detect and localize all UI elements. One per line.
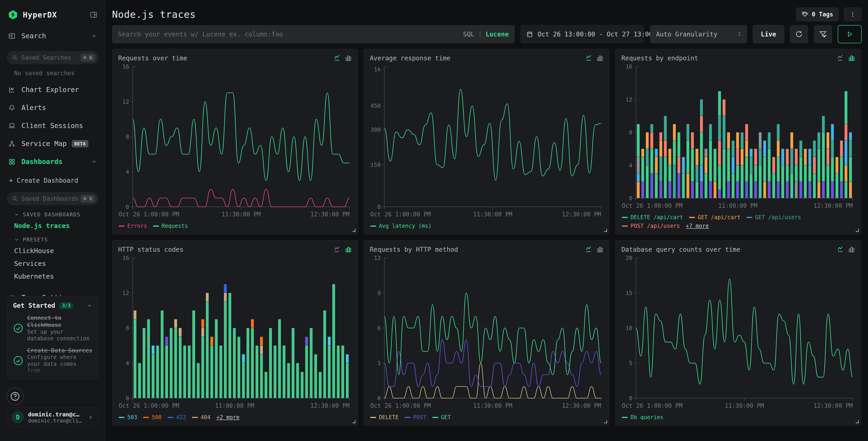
legend-item[interactable]: GET /api/users bbox=[746, 214, 801, 220]
legend-item[interactable]: 404 bbox=[192, 414, 210, 420]
line-chart-icon[interactable] bbox=[837, 54, 844, 61]
svg-text:8: 8 bbox=[629, 129, 632, 136]
sql-toggle[interactable]: SQL bbox=[463, 31, 474, 38]
sidebar-collapse-icon[interactable] bbox=[90, 11, 97, 19]
chart-card-requests-by-http-method: Requests by HTTP method 129630Oct 26 1:0… bbox=[364, 240, 610, 426]
sidebar-item-client-sessions[interactable]: Client Sessions bbox=[0, 117, 105, 135]
legend-item[interactable]: Errors bbox=[119, 223, 147, 229]
sidebar-item-dashboards[interactable]: Dashboards bbox=[0, 153, 105, 171]
svg-text:4: 4 bbox=[629, 162, 632, 169]
event-search-input[interactable] bbox=[118, 31, 463, 38]
svg-text:150: 150 bbox=[370, 161, 381, 168]
bar-chart-icon[interactable] bbox=[848, 54, 855, 61]
saved-searches-searchbox[interactable]: ⌘ K bbox=[7, 51, 98, 64]
bar-chart-icon[interactable] bbox=[345, 246, 352, 253]
legend-item[interactable]: GET /api/cart bbox=[689, 214, 741, 220]
legend-item[interactable]: POST bbox=[405, 414, 427, 420]
section-label: PRESETS bbox=[23, 237, 48, 243]
page-title: Node.js traces bbox=[112, 9, 196, 20]
get-started-item[interactable]: Connect to ClickHouse Set up your databa… bbox=[13, 314, 92, 342]
chart-card-average-response-time: Average response time 1k4503001500Oct 26… bbox=[364, 49, 610, 234]
task-title: Create Data Sources bbox=[27, 347, 92, 354]
legend-item[interactable]: 422 bbox=[167, 414, 186, 420]
legend-item[interactable]: Requests bbox=[153, 223, 188, 229]
line-chart-icon[interactable] bbox=[837, 246, 844, 253]
svg-text:16: 16 bbox=[625, 63, 632, 70]
legend-item[interactable]: DELETE bbox=[370, 414, 399, 420]
legend-item[interactable]: 500 bbox=[143, 414, 161, 420]
preset-link-services[interactable]: Services bbox=[0, 257, 105, 270]
shortcut-badge: ⌘ K bbox=[81, 195, 95, 203]
get-started-title: Get Started bbox=[13, 302, 55, 309]
dashboard-link-nodejs-traces[interactable]: Node.js traces bbox=[0, 219, 105, 232]
create-dashboard-button[interactable]: + Create Dashboard bbox=[0, 171, 105, 186]
sidebar-item-service-map[interactable]: Service Map BETA bbox=[0, 135, 105, 153]
filter-edit-button[interactable] bbox=[814, 25, 832, 43]
legend-item[interactable]: POST /api/users bbox=[622, 223, 680, 229]
sidebar-item-label: Service Map bbox=[22, 140, 67, 148]
legend-more-link[interactable]: +7 more bbox=[686, 223, 709, 229]
search-layout-icon bbox=[8, 32, 16, 40]
bar-chart-icon[interactable] bbox=[596, 246, 603, 253]
svg-text:12:30:00 PM: 12:30:00 PM bbox=[562, 402, 601, 409]
resize-handle[interactable] bbox=[856, 229, 859, 232]
lucene-toggle[interactable]: Lucene bbox=[486, 31, 509, 38]
sidebar-item-chart-explorer[interactable]: Chart Explorer bbox=[0, 81, 105, 99]
line-chart-icon[interactable] bbox=[586, 54, 592, 61]
legend-item[interactable]: 503 bbox=[119, 414, 137, 420]
svg-text:Oct 26 1:00:00 PM: Oct 26 1:00:00 PM bbox=[622, 402, 682, 409]
task-title: Connect to ClickHouse bbox=[27, 314, 92, 329]
tags-button[interactable]: 0 Tags bbox=[796, 7, 839, 21]
date-range-picker[interactable]: Oct 26 13:00:00 - Oct 27 13:00:00 bbox=[520, 25, 644, 43]
preset-link-clickhouse[interactable]: ClickHouse bbox=[0, 244, 105, 257]
chart-legend: DELETE /api/cartGET /api/cartGET /api/us… bbox=[621, 211, 855, 231]
no-saved-searches-text: No saved searches bbox=[0, 66, 105, 81]
saved-dashboards-searchbox[interactable]: ⌘ K bbox=[7, 192, 98, 205]
legend-item[interactable]: GET bbox=[432, 414, 451, 420]
more-options-button[interactable] bbox=[844, 7, 862, 21]
resize-handle[interactable] bbox=[856, 420, 859, 423]
get-started-item[interactable]: Create Data Sources Configure where your… bbox=[13, 347, 92, 374]
event-search-box[interactable]: SQL | Lucene bbox=[112, 25, 515, 43]
line-chart-icon[interactable] bbox=[334, 246, 341, 253]
legend-item[interactable]: Avg latency (ms) bbox=[370, 223, 432, 229]
chart-title: Requests over time bbox=[118, 54, 187, 62]
sidebar-item-search[interactable]: Search bbox=[0, 27, 105, 45]
svg-text:0: 0 bbox=[377, 204, 381, 210]
live-button[interactable]: Live bbox=[753, 25, 784, 43]
bar-chart-icon[interactable] bbox=[345, 54, 352, 61]
chevron-right-icon bbox=[88, 414, 94, 420]
preset-link-kubernetes[interactable]: Kubernetes bbox=[0, 270, 105, 283]
help-button[interactable] bbox=[6, 388, 24, 405]
line-chart-icon[interactable] bbox=[586, 246, 592, 253]
bar-chart-icon[interactable] bbox=[596, 54, 603, 61]
granularity-select[interactable]: Auto Granularity bbox=[650, 25, 747, 43]
svg-text:5: 5 bbox=[629, 360, 632, 366]
main-content: Node.js traces 0 Tags SQL | Lucene bbox=[106, 0, 868, 426]
resize-handle[interactable] bbox=[352, 229, 355, 232]
run-query-button[interactable] bbox=[838, 25, 862, 43]
svg-text:11:30:00 PM: 11:30:00 PM bbox=[473, 211, 512, 218]
sidebar: HyperDX Search ⌘ K No saved searches Cha… bbox=[0, 0, 105, 441]
chevron-up-icon[interactable] bbox=[87, 303, 92, 308]
line-chart-icon[interactable] bbox=[334, 54, 341, 61]
chart-title: Requests by HTTP method bbox=[370, 246, 458, 253]
svg-text:Oct 26 1:00:00 PM: Oct 26 1:00:00 PM bbox=[119, 211, 179, 218]
user-profile[interactable]: D dominic.tran@c… dominic.tran@cli… bbox=[7, 407, 98, 427]
legend-more-link[interactable]: +2 more bbox=[216, 414, 239, 420]
saved-dashboards-input[interactable] bbox=[22, 195, 81, 202]
resize-handle[interactable] bbox=[604, 420, 607, 423]
granularity-value: Auto Granularity bbox=[656, 31, 717, 38]
bar-chart-icon[interactable] bbox=[848, 246, 855, 253]
svg-text:9: 9 bbox=[377, 290, 381, 296]
legend-item[interactable]: Db queries bbox=[622, 414, 663, 420]
saved-searches-input[interactable] bbox=[22, 54, 81, 61]
resize-handle[interactable] bbox=[604, 229, 607, 232]
refresh-button[interactable] bbox=[790, 25, 808, 43]
resize-handle[interactable] bbox=[352, 420, 355, 423]
check-circle-icon bbox=[13, 355, 24, 366]
presets-section-toggle[interactable]: PRESETS bbox=[0, 232, 105, 244]
legend-item[interactable]: DELETE /api/cart bbox=[622, 214, 683, 220]
saved-dashboards-section-toggle[interactable]: SAVED DASHBOARDS bbox=[0, 207, 105, 219]
sidebar-item-alerts[interactable]: Alerts bbox=[0, 99, 105, 117]
